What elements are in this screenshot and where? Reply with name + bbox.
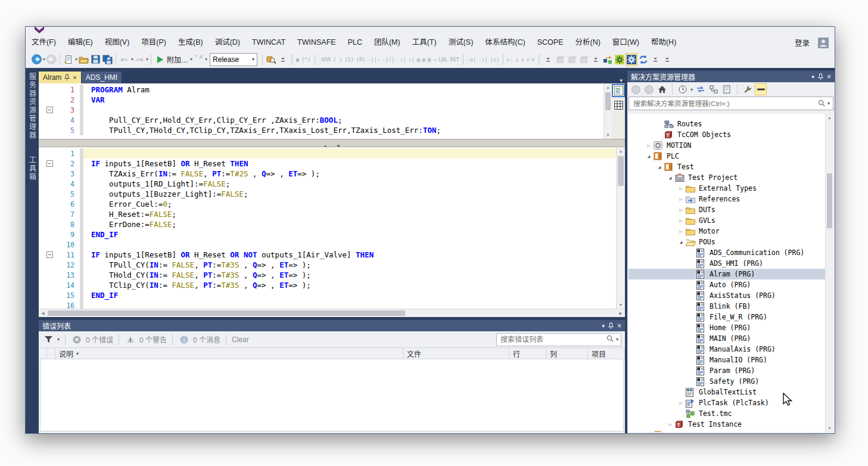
menu-item[interactable]: SCOPE <box>531 35 570 51</box>
menu-item[interactable]: 窗口(W) <box>606 35 645 51</box>
undo-chevron-icon[interactable]: ▾ <box>131 57 133 62</box>
error-search-input[interactable] <box>499 335 604 344</box>
negated-contact-button[interactable]: -|/|- <box>382 57 398 63</box>
function-block-en-button[interactable]: ▥ <box>422 57 425 63</box>
column-header-6[interactable]: 项目 <box>588 348 625 359</box>
pin-icon[interactable] <box>818 73 823 80</box>
tab-ads-hmi[interactable]: ADS_HMI <box>82 72 122 83</box>
function-block-params-button[interactable]: ▧ <box>428 57 431 63</box>
declare-variable-button[interactable]: -VAR <box>319 57 331 63</box>
collapsed-arrow-icon[interactable]: ▷ <box>676 400 686 406</box>
collapsed-arrow-icon[interactable]: ▷ <box>644 143 654 148</box>
navigate-back-button[interactable] <box>31 54 42 66</box>
tree-item-ads-communication-prg-[interactable]: ADS_Communication (PRG) <box>629 247 833 258</box>
scroll-down-icon[interactable]: ▼ <box>604 131 612 139</box>
tree-item-globaltextlist[interactable]: GlobalTextList <box>629 387 833 397</box>
menu-item[interactable]: 调试(D) <box>209 35 246 51</box>
code-line-5[interactable]: 5 outputs_1[Buzzer_Light]:=FALSE; <box>39 189 617 199</box>
scroll-up-icon[interactable]: ▲ <box>826 114 833 122</box>
tree-item-duts[interactable]: ▷DUTs <box>629 204 833 215</box>
window-position-chevron-icon[interactable]: ▾ <box>811 74 814 80</box>
menu-item[interactable]: 视图(V) <box>99 35 136 51</box>
fold-collapse-icon[interactable]: − <box>46 107 53 113</box>
navigate-back-chevron-icon[interactable]: ▾ <box>43 57 45 62</box>
avatar-icon[interactable] <box>818 38 829 48</box>
collapse-all-button[interactable] <box>708 84 719 95</box>
code-line-1[interactable]: 1 <box>39 148 617 159</box>
redo-chevron-icon[interactable]: ▾ <box>146 57 148 62</box>
new-file-button[interactable] <box>63 54 74 66</box>
implementation-scrollbar[interactable]: ▲ ▼ <box>616 147 625 309</box>
pin-icon[interactable] <box>608 322 614 330</box>
code-text[interactable]: Pull_CY_Err,Hold_CY_Err,Clip_CY_Err ,ZAx… <box>80 115 601 125</box>
tree-item-motion[interactable]: ▷MOTION <box>629 140 833 151</box>
tree-item-blink-fb-[interactable]: Blink (FB) <box>629 301 833 312</box>
code-line-3[interactable]: 3 TZAxis_Err(IN:= FALSE, PT:=T#2S , Q=> … <box>39 169 617 179</box>
code-line-8[interactable]: 8 ErrDone:=FALSE; <box>39 219 617 229</box>
function-block-button[interactable]: ▤ <box>417 57 420 63</box>
branch-down-button[interactable]: ⊥ <box>515 57 518 63</box>
contact-button[interactable]: -||- <box>368 57 379 63</box>
tree-item-motor[interactable]: ▷Motor <box>629 226 833 237</box>
column-header-3[interactable]: 文件 <box>403 348 509 359</box>
tree-item-plctask-plctask-[interactable]: ▷PlcTask (PlcTask) <box>629 397 833 408</box>
tree-item-external-types[interactable]: ▷External Types <box>629 183 833 194</box>
tree-item-test-project[interactable]: ◢PLCTest Project <box>629 172 833 183</box>
sign-in-button[interactable]: 登录 <box>795 37 810 48</box>
code-line-10[interactable]: 10 <box>39 240 617 250</box>
tree-item-plc[interactable]: ◢PLC <box>629 151 833 161</box>
code-text[interactable]: IF inputs_1[ResetB] OR H_Reset THEN <box>80 159 617 169</box>
scroll-down-icon[interactable]: ▼ <box>826 424 833 432</box>
tree-item-manualio-prg-[interactable]: ManualIO (PRG) <box>629 355 833 365</box>
tree-item-test[interactable]: ◢Test <box>629 161 833 172</box>
network-up-button[interactable]: ⇞ <box>521 57 524 63</box>
reset-coil-button[interactable]: (R) <box>356 57 365 63</box>
horizontal-scrollbar[interactable]: ◀ ▶ <box>39 309 625 317</box>
code-text[interactable] <box>80 148 617 159</box>
menu-item[interactable]: TWINCAT <box>246 35 291 51</box>
code-text[interactable]: H_Reset:=FALSE; <box>80 209 617 219</box>
solution-search-input[interactable] <box>632 100 816 108</box>
server-explorer-tab[interactable]: 服务器资源管理器 <box>27 73 38 139</box>
save-button[interactable] <box>90 54 101 66</box>
code-line-16[interactable]: 16 <box>39 300 617 309</box>
code-text[interactable]: TPull_CY(IN:= FALSE, PT:=T#3S , Q=> , ET… <box>80 260 617 270</box>
search-chevron-icon[interactable]: ▾ <box>827 101 830 106</box>
object-2-button[interactable] <box>567 54 577 66</box>
solution-explorer-title-bar[interactable]: 解决方案资源管理器 ▾ × <box>627 71 835 82</box>
code-text[interactable]: TZAxis_Err(IN:= FALSE, PT:=T#2S , Q=> , … <box>80 169 617 179</box>
warnings-count[interactable]: 0 个警告 <box>139 334 167 344</box>
tree-item-pous[interactable]: ◢POUs <box>629 237 833 247</box>
menu-item[interactable]: 分析(N) <box>569 35 606 51</box>
run-mode-button[interactable] <box>626 54 637 66</box>
ladder-editor-button[interactable]: ▦ <box>296 57 299 63</box>
preview-selected-items-button[interactable] <box>755 84 766 95</box>
toolbar-overflow-button[interactable] <box>278 54 288 66</box>
code-line-4[interactable]: 4 Pull_CY_Err,Hold_CY_Err,Clip_CY_Err ,Z… <box>39 115 601 125</box>
code-line-6[interactable]: 6 Error_Cuel:=0; <box>39 199 617 209</box>
code-text[interactable]: outputs_1[Buzzer_Light]:=FALSE; <box>80 189 617 199</box>
code-line-14[interactable]: 14 TClip_CY(IN:= FALSE, PT:=T#3S , Q=> ,… <box>39 280 617 290</box>
code-text[interactable] <box>80 105 601 115</box>
tree-scrollbar[interactable]: ▲ ▼ <box>825 114 833 432</box>
expanded-arrow-icon[interactable]: ◢ <box>644 154 654 159</box>
tree-item-main-prg-[interactable]: MAIN (PRG) <box>629 333 833 344</box>
code-line-15[interactable]: 15END_IF <box>39 290 617 300</box>
fold-collapse-icon[interactable]: − <box>46 251 53 258</box>
tree-item-gvls[interactable]: ▷GVLs <box>629 215 833 226</box>
tree-item-test-tmc[interactable]: Test.tmc <box>629 408 833 419</box>
code-text[interactable]: THold_CY(IN:= FALSE, PT:=T#3S , Q=> , ET… <box>80 270 617 280</box>
menu-item[interactable]: 项目(P) <box>135 35 172 51</box>
collapsed-arrow-icon[interactable]: ▷ <box>676 207 686 213</box>
new-file-chevron-icon[interactable]: ▾ <box>75 57 77 62</box>
menu-item[interactable]: 生成(B) <box>172 35 209 51</box>
back-button[interactable] <box>630 84 641 95</box>
collapsed-arrow-icon[interactable]: ▷ <box>676 186 686 191</box>
code-line-7[interactable]: 7 H_Reset:=FALSE; <box>39 209 617 219</box>
filter-chevron-icon[interactable]: ▾ <box>57 337 60 342</box>
insert-parentheses-button[interactable]: ( ) <box>333 57 342 63</box>
find-in-files-button[interactable] <box>266 54 276 66</box>
collapsed-arrow-icon[interactable]: ▷ <box>676 197 686 202</box>
menu-item[interactable]: 测试(S) <box>443 35 480 51</box>
tree-item-alram-prg-[interactable]: Alram (PRG) <box>629 269 833 279</box>
